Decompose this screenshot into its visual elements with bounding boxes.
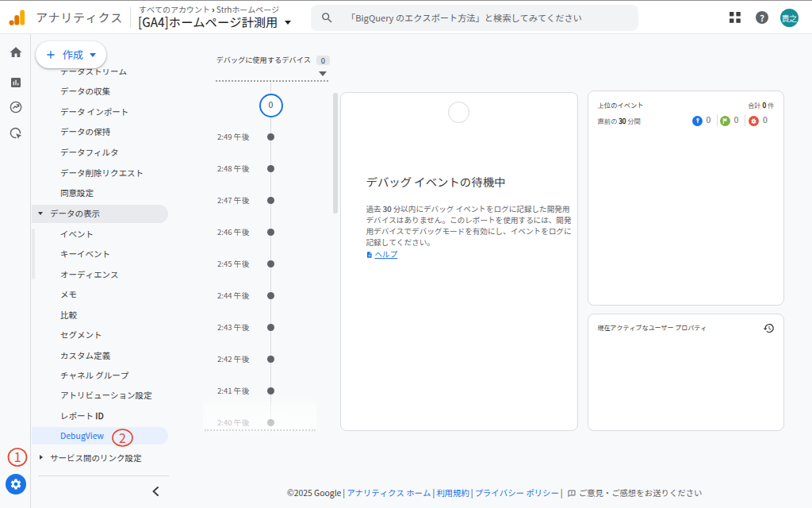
svg-text:2: 2 xyxy=(119,429,126,447)
svg-text:1: 1 xyxy=(13,447,21,466)
